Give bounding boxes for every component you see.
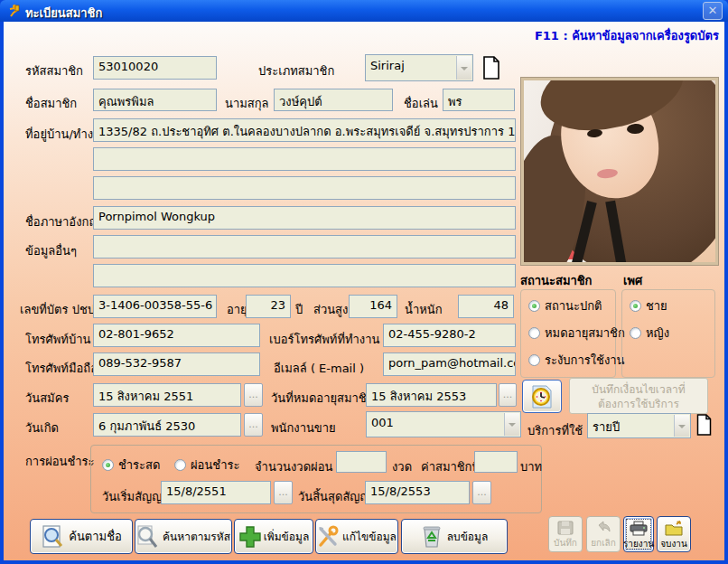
search-by-code-button[interactable]: ค้นหาตามรหัส xyxy=(135,519,232,554)
floppy-disk-icon xyxy=(557,521,574,535)
installment-count-field[interactable] xyxy=(336,451,387,473)
gender-group-title: เพศ xyxy=(623,271,642,290)
radio-label: ผ่อนชำระ xyxy=(191,456,239,475)
button-label: รายงาน xyxy=(623,537,654,550)
weight-field[interactable]: 48 xyxy=(458,295,514,318)
printer-icon xyxy=(630,521,648,536)
member-id-field[interactable]: 53010020 xyxy=(93,56,217,80)
expire-date-field[interactable]: 15 สิงหาคม 2553 xyxy=(366,383,497,407)
radio-pay-cash[interactable]: ชำระสด xyxy=(102,456,160,475)
birth-date-browse-button[interactable]: ... xyxy=(244,413,263,437)
exit-folder-icon xyxy=(665,521,683,536)
report-button[interactable]: รายงาน xyxy=(623,516,654,552)
work-phone-label: เบอร์โทรศัพท์ที่ทำงาน xyxy=(269,330,379,349)
search-by-name-button[interactable]: ค้นตามชื่อ xyxy=(30,519,133,554)
age-unit-label: ปี xyxy=(295,300,303,319)
button-label: เพิ่มข้อมูล xyxy=(264,528,310,545)
title-bar: ทะเบียนสมาชิก ✕ xyxy=(0,0,728,22)
save-time-condition-line2: ต้องการใช้บริการ xyxy=(570,397,707,411)
service-label: บริการที่ใช้ xyxy=(527,421,583,440)
salesperson-select[interactable]: 001 xyxy=(366,411,521,437)
radio-pay-installment[interactable]: ผ่อนชำระ xyxy=(174,456,239,475)
birth-date-label: วันเกิด xyxy=(25,418,59,437)
mobile-phone-field[interactable]: 089-532-9587 xyxy=(93,352,260,376)
age-label: อายุ xyxy=(227,300,247,319)
edit-record-button[interactable]: แก้ไขข้อมูล xyxy=(315,519,398,554)
id-card-field[interactable]: 3-1406-00358-55-6 xyxy=(93,295,217,318)
height-field[interactable]: 164 xyxy=(349,295,397,318)
button-label: จบงาน xyxy=(660,537,687,550)
save-time-condition-line1: บันทึกเงื่อนไขเวลาที่ xyxy=(570,382,707,397)
new-document-icon[interactable] xyxy=(482,56,500,80)
first-name-field[interactable]: คุณพรพิมล xyxy=(93,89,217,111)
address-line2-field[interactable] xyxy=(93,147,516,171)
expire-date-browse-button[interactable]: ... xyxy=(499,383,517,407)
radio-status-expired[interactable]: หมดอายุสมาชิก xyxy=(528,324,625,343)
radio-label: ชาย xyxy=(646,296,667,315)
clock-icon xyxy=(529,384,555,409)
window-title: ทะเบียนสมาชิก xyxy=(25,4,102,23)
radio-icon xyxy=(174,459,186,471)
radio-status-suspended[interactable]: ระงับการใช้งาน xyxy=(528,351,624,370)
expire-date-label: วันที่หมดอายุสมาชิก xyxy=(271,389,374,408)
close-icon[interactable]: ✕ xyxy=(703,2,723,20)
contract-end-field[interactable]: 15/8/2553 xyxy=(365,481,470,504)
button-label: แก้ไขข้อมูล xyxy=(342,528,397,545)
other-info-line1-field[interactable] xyxy=(93,235,516,258)
service-value: รายปี xyxy=(593,420,620,434)
radio-icon xyxy=(630,327,641,339)
member-type-value: Siriraj xyxy=(370,59,405,72)
installment-fee-field[interactable] xyxy=(474,451,518,473)
service-select[interactable]: รายปี xyxy=(587,413,691,438)
save-button: บันทึก xyxy=(548,516,583,552)
radio-gender-female[interactable]: หญิง xyxy=(630,324,669,343)
other-info-line2-field[interactable] xyxy=(93,264,516,287)
new-document-icon[interactable] xyxy=(696,414,712,436)
id-card-label: เลขที่บัตร ปชป. xyxy=(20,300,98,319)
birth-date-field[interactable]: 6 กุมภาพันธ์ 2530 xyxy=(93,413,241,437)
address-line1-field[interactable]: 1335/82 ถ.ประชาอุทิศ ต.ในคลองบางปลากด อ.… xyxy=(93,118,516,142)
status-group-title: สถานะสมาชิก xyxy=(520,271,592,290)
member-type-select[interactable]: Siriraj xyxy=(365,54,473,81)
cancel-button: ยกเลิก xyxy=(586,516,621,552)
radio-gender-male[interactable]: ชาย xyxy=(630,296,667,315)
chevron-down-icon[interactable] xyxy=(504,413,519,436)
register-date-browse-button[interactable]: ... xyxy=(244,383,263,407)
register-date-label: วันสมัคร xyxy=(25,389,69,408)
age-field[interactable]: 23 xyxy=(246,295,291,318)
contract-end-browse-button[interactable]: ... xyxy=(472,481,491,504)
chevron-down-icon[interactable] xyxy=(456,56,471,80)
mobile-phone-label: โทรศัพท์มือถือ xyxy=(25,359,98,378)
button-label: บันทึก xyxy=(554,536,577,550)
salesperson-value: 001 xyxy=(371,416,394,429)
contract-start-browse-button[interactable]: ... xyxy=(274,481,293,504)
radio-label: ชำระสด xyxy=(118,456,160,475)
first-name-label: ชื่อสมาชิก xyxy=(25,94,77,113)
nickname-label: ชื่อเล่น xyxy=(404,94,438,113)
plus-icon xyxy=(238,525,262,549)
radio-selected-icon xyxy=(102,459,114,471)
radio-status-normal[interactable]: สถานะปกติ xyxy=(528,296,602,315)
add-record-button[interactable]: เพิ่มข้อมูล xyxy=(234,519,313,554)
last-name-field[interactable]: วงษ์คุปต์ xyxy=(274,89,393,111)
chevron-down-icon[interactable] xyxy=(674,415,689,437)
work-phone-field[interactable]: 02-455-9280-2 xyxy=(383,324,516,347)
radio-selected-icon xyxy=(630,300,641,312)
contract-start-field[interactable]: 15/8/2551 xyxy=(161,481,271,504)
nickname-field[interactable]: พร xyxy=(443,89,515,111)
address-line3-field[interactable] xyxy=(93,176,516,200)
other-info-label: ข้อมูลอื่นๆ xyxy=(25,241,77,260)
english-name-field[interactable]: Pornpimol Wongkup xyxy=(93,206,516,230)
tools-icon xyxy=(317,525,341,549)
register-date-field[interactable]: 15 สิงหาคม 2551 xyxy=(93,383,241,407)
home-phone-field[interactable]: 02-801-9652 xyxy=(93,324,260,347)
installment-label: การผ่อนชำระ xyxy=(25,452,95,471)
delete-record-button[interactable]: ลบข้อมูล xyxy=(401,519,508,554)
installment-count-label: จำนวนงวดผ่อน xyxy=(255,457,332,476)
email-field[interactable]: porn_pam@hotmail.com xyxy=(383,352,516,376)
button-label: ยกเลิก xyxy=(591,536,616,550)
time-condition-button[interactable] xyxy=(522,380,562,413)
f11-hint: F11 : ค้นหาข้อมูลจากเครื่องรูดบัตร xyxy=(452,26,719,45)
finish-button[interactable]: จบงาน xyxy=(657,516,691,552)
radio-selected-icon xyxy=(528,300,540,312)
